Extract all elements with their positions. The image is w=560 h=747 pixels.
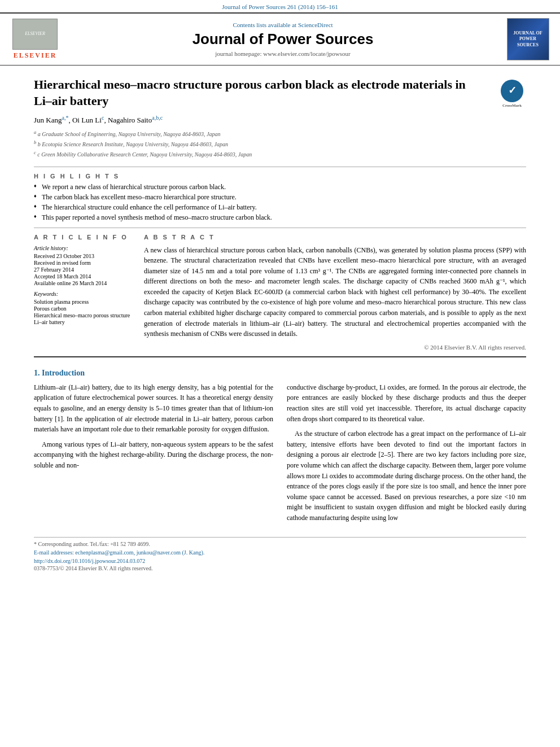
page-footer: * Corresponding author. Tel./fax: +81 52… [34, 537, 526, 571]
keywords-title: Keywords: [34, 291, 133, 297]
highlight-2: The carbon black has excellent meso–macr… [34, 193, 526, 202]
affiliation-b: b b Ecotopia Science Research Institute,… [34, 139, 526, 149]
article-title-text: Hierarchical meso–macro structure porous… [34, 77, 498, 109]
keyword-2: Porous carbon [34, 305, 133, 312]
affiliations: a a Graduate School of Engineering, Nago… [34, 129, 526, 160]
intro-para-1: Lithium–air (Li–air) battery, due to its… [34, 382, 273, 435]
email1[interactable]: echenplasma@gmail.com [75, 549, 133, 556]
email-name: (J. Kang). [182, 549, 205, 556]
available-date: Available online 26 March 2014 [34, 280, 133, 286]
elsevier-logo: ELSEVIER ELSEVIER [7, 19, 63, 60]
saito-sup: a,b,c [152, 115, 163, 121]
crossmark-section: ✓ CrossMark [498, 80, 526, 108]
introduction-section: 1. Introduction Lithium–air (Li–air) bat… [34, 369, 526, 528]
issn-label: 0378-7753/© 2014 Elsevier B.V. All right… [34, 565, 526, 571]
keyword-1: Solution plasma process [34, 299, 133, 305]
intro-para-4: As the structure of carbon electrode has… [287, 429, 526, 523]
email2[interactable]: junkou@naver.com [137, 549, 181, 556]
page: Journal of Power Sources 261 (2014) 156–… [0, 0, 560, 747]
kang-sup: a,* [62, 115, 68, 121]
body-col-right: conductive discharge by-product, Li oxid… [287, 382, 526, 528]
highlight-4: This paper reported a novel synthesis me… [34, 213, 526, 222]
crossmark-badge: ✓ [501, 80, 523, 102]
crossmark-label: CrossMark [502, 103, 522, 108]
journal-logo-right: JOURNAL OF POWER SOURCES [502, 18, 553, 60]
divider-3 [34, 356, 526, 357]
journal-title: Journal of Power Sources [63, 30, 502, 48]
corresponding-author: * Corresponding author. Tel./fax: +81 52… [34, 541, 526, 547]
journal-header: ELSEVIER ELSEVIER Contents lists availab… [0, 12, 560, 65]
abstract-title: A B S T R A C T [144, 234, 526, 241]
body-two-col: Lithium–air (Li–air) battery, due to its… [34, 382, 526, 528]
li-sup: c [102, 115, 104, 121]
email-addresses: E-mail addresses: echenplasma@gmail.com,… [34, 549, 526, 556]
revised-label: Received in revised form [34, 260, 133, 266]
info-abstract-section: A R T I C L E I N F O Article history: R… [34, 234, 526, 351]
main-content: Hierarchical meso–macro structure porous… [0, 77, 560, 528]
divider-2 [34, 228, 526, 228]
article-title-section: Hierarchical meso–macro structure porous… [34, 77, 526, 109]
citation-bar: Journal of Power Sources 261 (2014) 156–… [0, 0, 560, 12]
elsevier-wordmark: ELSEVIER [14, 51, 57, 60]
highlights-title: H I G H L I G H T S [34, 173, 526, 180]
keyword-4: Li–air battery [34, 319, 133, 325]
highlight-3: The hierarchical structure could enhance… [34, 203, 526, 212]
section-number-title: 1. Introduction [34, 369, 526, 378]
revised-date: 27 February 2014 [34, 267, 133, 273]
affiliation-c: c c Green Mobility Collaborative Researc… [34, 149, 526, 159]
received-date: Received 23 October 2013 [34, 253, 133, 259]
email-label: E-mail addresses: [34, 549, 74, 556]
sciencedirect-label: Contents lists available at [233, 21, 296, 28]
journal-homepage: journal homepage: www.elsevier.com/locat… [63, 50, 502, 57]
doi-link[interactable]: http://dx.doi.org/10.1016/j.jpowsour.201… [34, 558, 526, 564]
email-sep: , [134, 549, 135, 556]
citation-text: Journal of Power Sources 261 (2014) 156–… [222, 3, 338, 10]
keyword-3: Hierarchical meso–macro porous structure [34, 312, 133, 318]
abstract-text: A new class of hierarchical structure po… [144, 245, 526, 339]
highlights-section: H I G H L I G H T S We report a new clas… [34, 173, 526, 222]
divider-1 [34, 167, 526, 167]
sciencedirect-link-text[interactable]: ScienceDirect [298, 21, 333, 28]
logo-text: JOURNAL OF POWER SOURCES [509, 30, 547, 48]
article-info-col: A R T I C L E I N F O Article history: R… [34, 234, 133, 351]
intro-para-2: Among various types of Li–air battery, n… [34, 439, 273, 471]
highlight-1: We report a new class of hierarchical st… [34, 183, 526, 191]
authors-line: Jun Kanga,*, Oi Lun Lic, Nagahiro Saitoa… [34, 115, 526, 125]
svg-text:ELSEVIER: ELSEVIER [24, 31, 45, 36]
article-info-title: A R T I C L E I N F O [34, 234, 133, 241]
accepted-date: Accepted 18 March 2014 [34, 273, 133, 279]
tree-svg: ELSEVIER [13, 19, 57, 49]
journal-center: Contents lists available at ScienceDirec… [63, 21, 502, 57]
body-col-left: Lithium–air (Li–air) battery, due to its… [34, 382, 273, 528]
sciencedirect-line: Contents lists available at ScienceDirec… [63, 21, 502, 28]
intro-para-3: conductive discharge by-product, Li oxid… [287, 382, 526, 424]
elsevier-tree-image: ELSEVIER [12, 19, 58, 50]
affiliation-a: a a Graduate School of Engineering, Nago… [34, 129, 526, 139]
copyright-text: © 2014 Elsevier B.V. All rights reserved… [144, 344, 526, 351]
journal-logo-box: JOURNAL OF POWER SOURCES [507, 18, 549, 60]
abstract-col: A B S T R A C T A new class of hierarchi… [144, 234, 526, 351]
history-title: Article history: [34, 245, 133, 251]
